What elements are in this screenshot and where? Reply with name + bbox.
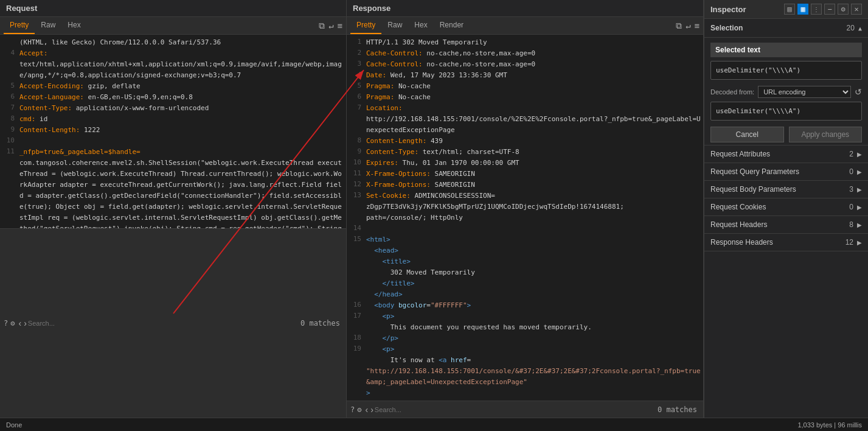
request-headers-count: 8 bbox=[849, 220, 853, 229]
decode-icon[interactable]: ↺ bbox=[855, 87, 862, 97]
selection-chevron[interactable]: ▲ bbox=[858, 25, 862, 32]
search-prev-button[interactable]: ‹ bbox=[17, 318, 23, 328]
table-row: 11 _nfpb=true&_pageLabel=$handle= bbox=[0, 147, 346, 158]
tab-raw-response[interactable]: Raw bbox=[381, 17, 408, 34]
tab-raw-request[interactable]: Raw bbox=[35, 17, 61, 34]
response-title: Response bbox=[347, 0, 703, 17]
request-panel: Request Pretty Raw Hex ⧉ ↵ ≡ (KHTML, lik… bbox=[0, 0, 347, 418]
wrap-icon-response[interactable]: ↵ bbox=[686, 21, 690, 30]
table-row: </head> bbox=[347, 289, 703, 300]
layout-icon[interactable]: ⋮ bbox=[811, 4, 822, 15]
tab-pretty-request[interactable]: Pretty bbox=[4, 17, 35, 34]
inspector-row-request-headers[interactable]: Request Headers 8 ▶ bbox=[704, 216, 868, 234]
table-row: 302 Moved Temporarily bbox=[347, 267, 703, 278]
close-icon[interactable]: ✕ bbox=[851, 4, 862, 15]
inspector-row-response-headers[interactable]: Response Headers 12 ▶ bbox=[704, 234, 868, 251]
table-row: 10 bbox=[0, 136, 346, 147]
inspector-toolbar: ▤ ▦ ⋮ − ⚙ ✕ bbox=[784, 4, 862, 15]
table-row: 13 Set-Cookie: ADMINCONSOLESESSION= bbox=[347, 191, 703, 201]
table-row: "http://192.168.148.155:7001/console/&#3… bbox=[347, 366, 703, 388]
request-search-input[interactable] bbox=[28, 320, 300, 327]
more-icon[interactable]: ≡ bbox=[338, 21, 342, 30]
settings-icon[interactable]: ⚙ bbox=[10, 319, 15, 328]
settings-icon-inspector[interactable]: ⚙ bbox=[838, 4, 849, 15]
status-right: 1,033 bytes | 96 millis bbox=[797, 421, 862, 429]
table-row: 6 Accept-Language: en-GB,en-US;q=0.9,en;… bbox=[0, 92, 346, 103]
table-row: 4 Accept: bbox=[0, 48, 346, 59]
wrap-icon[interactable]: ↵ bbox=[328, 21, 333, 30]
tab-pretty-response[interactable]: Pretty bbox=[350, 17, 381, 34]
body-params-label: Request Body Parameters bbox=[710, 185, 849, 194]
request-headers-chevron: ▶ bbox=[857, 222, 862, 228]
table-row: 3 Cache-Control: no-cache,no-store,max-a… bbox=[347, 59, 703, 70]
help-icon-response[interactable]: ? bbox=[350, 405, 355, 414]
table-row: 8 cmd: id bbox=[0, 114, 346, 125]
apply-changes-button[interactable]: Apply changes bbox=[789, 127, 863, 142]
settings-icon-response[interactable]: ⚙ bbox=[357, 405, 361, 414]
table-row: 15 <html> bbox=[347, 234, 703, 245]
cookies-chevron: ▶ bbox=[857, 204, 862, 211]
request-tab-actions: ⧉ ↵ ≡ bbox=[319, 21, 342, 31]
request-match-count: 0 matches bbox=[300, 319, 342, 328]
minimize-icon[interactable]: − bbox=[824, 4, 835, 15]
copy-icon[interactable]: ⧉ bbox=[319, 21, 325, 31]
response-tab-bar: Pretty Raw Hex Render ⧉ ↵ ≡ bbox=[347, 17, 703, 35]
table-row: 12 X-Frame-Options: SAMEORIGIN bbox=[347, 180, 703, 191]
inspector-row-query-params[interactable]: Request Query Parameters 0 ▶ bbox=[704, 163, 868, 181]
request-title: Request bbox=[0, 0, 346, 17]
decoded-from-select[interactable]: URL encoding Base64 HTML entities None bbox=[758, 86, 851, 98]
inspector-header: Inspector ▤ ▦ ⋮ − ⚙ ✕ bbox=[704, 0, 868, 19]
table-row: 6 Pragma: No-cache bbox=[347, 92, 703, 103]
selected-text-header: Selected text bbox=[710, 43, 862, 57]
table-row: (KHTML, like Gecko) Chrome/112.0.0.0 Saf… bbox=[0, 37, 346, 48]
table-row: </title> bbox=[347, 278, 703, 289]
inspector-row-request-attributes[interactable]: Request Attributes 2 ▶ bbox=[704, 145, 868, 163]
query-params-label: Request Query Parameters bbox=[710, 167, 849, 176]
response-code-area: 1 HTTP/1.1 302 Moved Temporarily 2 Cache… bbox=[347, 35, 703, 401]
table-row: 10 Expires: Thu, 01 Jan 1970 00:00:00 GM… bbox=[347, 158, 703, 169]
decoded-value: useDelimiter("\\\\A") bbox=[710, 102, 862, 121]
table-row: 11 X-Frame-Options: SAMEORIGIN bbox=[347, 169, 703, 180]
table-row: 8 Content-Length: 439 bbox=[347, 136, 703, 147]
request-search-bar: ? ⚙ ‹ › 0 matches bbox=[0, 228, 346, 418]
tab-hex-request[interactable]: Hex bbox=[61, 17, 86, 34]
response-search-input[interactable] bbox=[375, 406, 658, 413]
copy-icon-response[interactable]: ⧉ bbox=[676, 21, 682, 31]
table-row: > bbox=[347, 388, 703, 399]
search-prev-button-response[interactable]: ‹ bbox=[364, 405, 369, 415]
response-match-count: 0 matches bbox=[658, 405, 700, 414]
decoded-from-row: Decoded from: URL encoding Base64 HTML e… bbox=[710, 86, 862, 98]
response-tab-actions: ⧉ ↵ ≡ bbox=[676, 21, 700, 31]
inspector-title: Inspector bbox=[710, 5, 784, 14]
tab-render-response[interactable]: Render bbox=[434, 17, 470, 34]
table-row: 9 Content-Length: 1222 bbox=[0, 125, 346, 136]
inspector-row-cookies[interactable]: Request Cookies 0 ▶ bbox=[704, 198, 868, 216]
response-headers-chevron: ▶ bbox=[857, 239, 862, 246]
table-row: text/html,application/xhtml+xml,applicat… bbox=[0, 59, 346, 81]
more-icon-response[interactable]: ≡ bbox=[695, 21, 700, 30]
body-params-count: 3 bbox=[849, 185, 853, 194]
view-icon-2[interactable]: ▦ bbox=[797, 4, 808, 15]
table-row: 2 Cache-Control: no-cache,no-store,max-a… bbox=[347, 48, 703, 59]
table-row: zDgp7TE3dVk3jy7KFKlK5bgMTprUZj1UQMCoIDDj… bbox=[347, 201, 703, 212]
table-row: 4 Date: Wed, 17 May 2023 13:36:30 GMT bbox=[347, 70, 703, 81]
response-headers-label: Response Headers bbox=[710, 238, 845, 247]
table-row: http://192.168.148.155:7001/console/%2E%… bbox=[347, 114, 703, 136]
table-row: 14 bbox=[347, 223, 703, 234]
request-attributes-label: Request Attributes bbox=[710, 150, 849, 158]
inspector-action-buttons: Cancel Apply changes bbox=[710, 127, 862, 142]
table-row: <title> bbox=[347, 256, 703, 267]
search-next-button[interactable]: › bbox=[23, 318, 28, 328]
status-bar: Done 1,033 bytes | 96 millis bbox=[0, 418, 868, 431]
table-row: 9 Content-Type: text/html; charset=UTF-8 bbox=[347, 147, 703, 158]
cancel-button[interactable]: Cancel bbox=[710, 127, 784, 142]
view-icon-1[interactable]: ▤ bbox=[784, 4, 795, 15]
table-row: path=/console/; HttpOnly bbox=[347, 212, 703, 223]
table-row: 7 Location: bbox=[347, 103, 703, 114]
cookies-label: Request Cookies bbox=[710, 203, 849, 211]
tab-hex-response[interactable]: Hex bbox=[408, 17, 433, 34]
query-params-chevron: ▶ bbox=[857, 169, 862, 175]
inspector-row-body-params[interactable]: Request Body Parameters 3 ▶ bbox=[704, 181, 868, 198]
help-icon[interactable]: ? bbox=[4, 319, 8, 328]
search-next-button-response[interactable]: › bbox=[369, 405, 375, 415]
